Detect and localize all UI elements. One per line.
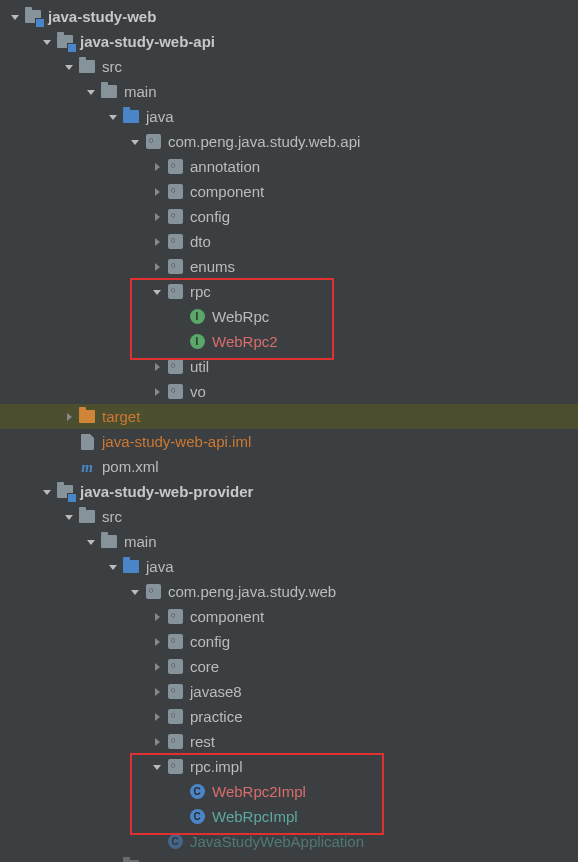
tree-row[interactable]: java	[0, 554, 578, 579]
chevron-down-icon[interactable]	[128, 135, 142, 149]
folder-icon	[122, 858, 140, 863]
tree-row[interactable]: config	[0, 204, 578, 229]
chevron-right-icon[interactable]	[150, 235, 164, 249]
tree-row[interactable]: main	[0, 79, 578, 104]
package-icon	[166, 708, 184, 726]
tree-label: config	[190, 633, 230, 650]
tree-row-iml[interactable]: java-study-web-api.iml	[0, 429, 578, 454]
chevron-down-icon[interactable]	[106, 560, 120, 574]
chevron-right-icon[interactable]	[150, 160, 164, 174]
tree-row-webrpcimpl[interactable]: C WebRpcImpl	[0, 804, 578, 829]
chevron-down-icon[interactable]	[128, 585, 142, 599]
chevron-right-icon[interactable]	[150, 610, 164, 624]
tree-label: vo	[190, 383, 206, 400]
project-tree[interactable]: java-study-web java-study-web-api src ma…	[0, 0, 578, 862]
tree-row-pom[interactable]: m pom.xml	[0, 454, 578, 479]
tree-label: WebRpcImpl	[212, 808, 298, 825]
package-icon	[166, 683, 184, 701]
chevron-down-icon[interactable]	[40, 35, 54, 49]
chevron-down-icon[interactable]	[62, 510, 76, 524]
tree-row[interactable]: enums	[0, 254, 578, 279]
class-icon: C	[188, 783, 206, 801]
chevron-right-icon[interactable]	[62, 410, 76, 424]
chevron-down-icon[interactable]	[84, 535, 98, 549]
chevron-right-icon[interactable]	[150, 185, 164, 199]
tree-row-module-provider[interactable]: java-study-web-provider	[0, 479, 578, 504]
tree-label: WebRpc	[212, 308, 269, 325]
chevron-right-icon[interactable]	[150, 360, 164, 374]
chevron-down-icon[interactable]	[150, 760, 164, 774]
chevron-down-icon[interactable]	[62, 60, 76, 74]
package-icon	[144, 133, 162, 151]
chevron-down-icon[interactable]	[8, 10, 22, 24]
tree-row[interactable]: core	[0, 654, 578, 679]
chevron-down-icon[interactable]	[150, 285, 164, 299]
tree-row[interactable]: javase8	[0, 679, 578, 704]
tree-row[interactable]: rest	[0, 729, 578, 754]
tree-row-webrpc[interactable]: I WebRpc	[0, 304, 578, 329]
package-icon	[166, 758, 184, 776]
package-icon	[166, 733, 184, 751]
source-folder-icon	[122, 558, 140, 576]
package-icon	[166, 633, 184, 651]
tree-label: annotation	[190, 158, 260, 175]
tree-row[interactable]: vo	[0, 379, 578, 404]
tree-label: component	[190, 608, 264, 625]
chevron-right-icon[interactable]	[150, 260, 164, 274]
tree-row[interactable]: component	[0, 604, 578, 629]
tree-row[interactable]: src	[0, 504, 578, 529]
tree-row[interactable]: config	[0, 629, 578, 654]
tree-row[interactable]: practice	[0, 704, 578, 729]
tree-row-app[interactable]: C JavaStudyWebApplication	[0, 829, 578, 854]
folder-icon	[78, 58, 96, 76]
tree-label: rpc.impl	[190, 758, 243, 775]
tree-row-root[interactable]: java-study-web	[0, 4, 578, 29]
interface-icon: I	[188, 333, 206, 351]
tree-row[interactable]: com.peng.java.study.web.api	[0, 129, 578, 154]
tree-row-rpcimpl[interactable]: rpc.impl	[0, 754, 578, 779]
chevron-right-icon[interactable]	[150, 385, 164, 399]
chevron-down-icon[interactable]	[84, 85, 98, 99]
folder-icon	[100, 533, 118, 551]
tree-row-webrpc2impl[interactable]: C WebRpc2Impl	[0, 779, 578, 804]
chevron-right-icon[interactable]	[150, 735, 164, 749]
module-folder-icon	[56, 483, 74, 501]
tree-row-module-api[interactable]: java-study-web-api	[0, 29, 578, 54]
chevron-right-icon[interactable]	[150, 685, 164, 699]
tree-row-webrpc2[interactable]: I WebRpc2	[0, 329, 578, 354]
tree-row-target[interactable]: target	[0, 404, 578, 429]
tree-label: pom.xml	[102, 458, 159, 475]
source-folder-icon	[122, 108, 140, 126]
chevron-down-icon[interactable]	[40, 485, 54, 499]
package-icon	[166, 183, 184, 201]
tree-row[interactable]: util	[0, 354, 578, 379]
tree-row[interactable]: main	[0, 529, 578, 554]
tree-row[interactable]: annotation	[0, 154, 578, 179]
tree-label: com.peng.java.study.web.api	[168, 133, 360, 150]
tree-row[interactable]: dto	[0, 229, 578, 254]
chevron-down-icon[interactable]	[106, 110, 120, 124]
tree-label: main	[124, 83, 157, 100]
tree-row[interactable]: com.peng.java.study.web	[0, 579, 578, 604]
tree-label: javase8	[190, 683, 242, 700]
tree-label: core	[190, 658, 219, 675]
tree-row[interactable]: java	[0, 104, 578, 129]
tree-row[interactable]: resources	[0, 854, 578, 862]
tree-row[interactable]: src	[0, 54, 578, 79]
tree-label: com.peng.java.study.web	[168, 583, 336, 600]
class-icon: C	[166, 833, 184, 851]
tree-label: dto	[190, 233, 211, 250]
tree-label: enums	[190, 258, 235, 275]
tree-row-rpc[interactable]: rpc	[0, 279, 578, 304]
tree-label: src	[102, 508, 122, 525]
tree-label: java-study-web-api	[80, 33, 215, 50]
tree-label: util	[190, 358, 209, 375]
chevron-right-icon[interactable]	[150, 210, 164, 224]
package-icon	[166, 383, 184, 401]
chevron-right-icon[interactable]	[150, 710, 164, 724]
tree-row[interactable]: component	[0, 179, 578, 204]
tree-label: resources	[146, 858, 212, 862]
chevron-right-icon[interactable]	[150, 660, 164, 674]
chevron-right-icon[interactable]	[150, 635, 164, 649]
folder-icon	[78, 508, 96, 526]
